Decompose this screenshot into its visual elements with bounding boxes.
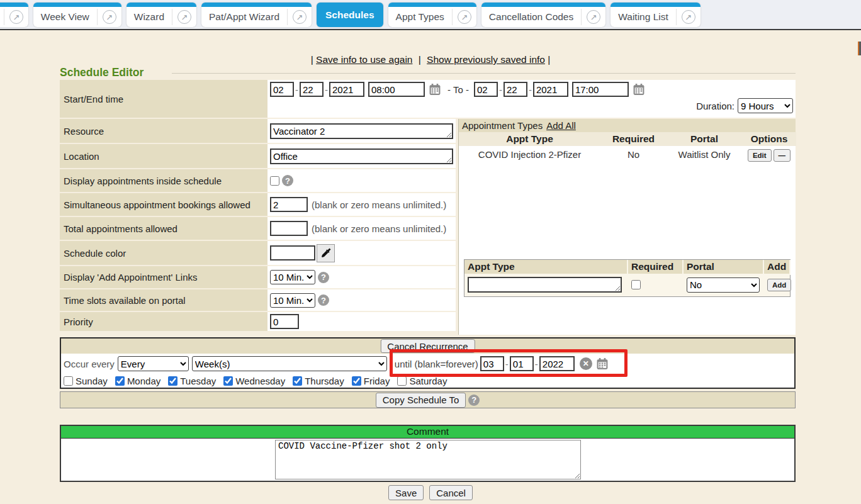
appointment-types-title: Appointment Types: [462, 120, 543, 131]
tab-label: Schedules: [317, 9, 383, 21]
add-all-link[interactable]: Add All: [546, 120, 576, 131]
col-portal: Portal: [667, 132, 742, 146]
show-saved-info-link[interactable]: Show previously saved info: [427, 54, 545, 65]
resource-input[interactable]: Vaccinator 2: [270, 123, 453, 139]
col-portal: Portal: [684, 260, 764, 275]
tab-open-new-window-button[interactable]: ↗: [581, 9, 605, 25]
occur-unit-select[interactable]: Week(s): [192, 356, 387, 371]
help-icon[interactable]: ?: [468, 395, 480, 406]
end-time-input[interactable]: [572, 82, 629, 97]
start-time-input[interactable]: [368, 82, 425, 97]
tuesday-checkbox[interactable]: [168, 376, 177, 386]
new-appt-required-checkbox[interactable]: [631, 280, 641, 289]
clear-until-date-icon[interactable]: ✕: [580, 357, 592, 370]
day-thursday[interactable]: Thursday: [293, 376, 344, 386]
appointment-types-panel: Appointment Types Add All Appt Type Requ…: [458, 119, 796, 335]
tab-pat-appt-wizard[interactable]: Pat/Appt Wizard ↗: [201, 3, 312, 27]
schedule-color-input[interactable]: [270, 245, 315, 260]
comment-textarea[interactable]: COVID Vaccine-Pfizer shot 2 only: [275, 440, 581, 479]
vertical-scrollbar-thumb[interactable]: [858, 42, 861, 55]
external-link-icon: ↗: [103, 10, 116, 24]
appointment-types-header: Appointment Types Add All: [459, 119, 796, 132]
end-day-input[interactable]: [504, 82, 527, 97]
save-button[interactable]: Save: [388, 485, 424, 500]
tab-wizard[interactable]: Wizard ↗: [127, 3, 196, 27]
start-calendar-icon[interactable]: [429, 83, 441, 96]
tab-open-new-window-button[interactable]: ↗: [97, 9, 121, 25]
col-add: Add: [764, 260, 791, 275]
help-icon[interactable]: ?: [318, 272, 329, 283]
day-saturday[interactable]: Saturday: [397, 376, 447, 386]
thursday-checkbox[interactable]: [293, 376, 302, 386]
date-separator: -: [535, 359, 538, 369]
col-appt-type: Appt Type: [459, 132, 600, 146]
tab-cancellation-codes[interactable]: Cancellation Codes ↗: [481, 3, 605, 27]
schedule-form: Resource Vaccinator 2 Location Office Di…: [60, 119, 456, 331]
total-appointments-input[interactable]: [270, 221, 308, 236]
display-appointments-checkbox[interactable]: [270, 176, 279, 186]
pipe-separator: |: [311, 54, 313, 65]
friday-checkbox[interactable]: [352, 376, 361, 386]
tab-open-new-window-button[interactable]: ↗: [452, 9, 476, 25]
saturday-checkbox[interactable]: [397, 376, 407, 386]
tab-schedules[interactable]: Schedules: [317, 3, 383, 27]
external-link-icon: ↗: [587, 10, 600, 24]
cancel-button[interactable]: Cancel: [429, 485, 473, 500]
edit-appt-type-button[interactable]: Edit: [748, 149, 772, 162]
tab-week-view[interactable]: Week View ↗: [33, 3, 121, 27]
day-friday[interactable]: Friday: [352, 376, 390, 386]
tab-open-new-window-button[interactable]: ↗: [287, 9, 312, 25]
tab-waiting-list[interactable]: Waiting List ↗: [611, 3, 701, 27]
help-icon[interactable]: ?: [282, 175, 293, 186]
tab-label: Waiting List: [611, 11, 676, 23]
new-appt-portal-select[interactable]: No: [687, 277, 760, 293]
color-picker-button[interactable]: [317, 244, 335, 262]
eyedropper-icon: [320, 247, 332, 259]
end-calendar-icon[interactable]: [633, 83, 645, 96]
tab-appt-types[interactable]: Appt Types ↗: [388, 3, 476, 27]
simultaneous-input[interactable]: [270, 197, 308, 212]
time-slots-select[interactable]: 10 Min.: [270, 293, 315, 308]
until-year-input[interactable]: [539, 356, 575, 371]
remove-appt-type-button[interactable]: —: [774, 149, 791, 162]
cell-portal: Waitlist Only: [667, 146, 742, 165]
add-links-select[interactable]: 10 Min.: [270, 270, 315, 284]
saved-info-links: | Save info to use again | Show previous…: [0, 54, 861, 65]
cancel-recurrence-button[interactable]: Cancel Recurrence: [380, 339, 475, 353]
start-month-input[interactable]: [270, 82, 294, 97]
occur-every-label: Occur every: [64, 359, 115, 369]
start-day-input[interactable]: [300, 82, 324, 97]
help-icon[interactable]: ?: [318, 294, 329, 306]
end-month-input[interactable]: [474, 82, 498, 97]
until-day-input[interactable]: [510, 356, 534, 371]
start-end-label: Start/End time: [60, 80, 267, 118]
day-wednesday[interactable]: Wednesday: [223, 376, 285, 386]
day-monday[interactable]: Monday: [115, 376, 160, 386]
until-label: until (blank=forever): [395, 359, 478, 369]
tab-open-new-window-button[interactable]: ↗: [676, 9, 701, 25]
unlimited-note: (blank or zero means unlimited.): [312, 199, 446, 210]
monday-checkbox[interactable]: [115, 376, 125, 386]
cell-options: Edit —: [742, 146, 796, 165]
tab-open-new-window-button[interactable]: ↗: [172, 9, 196, 25]
cell-required: No: [600, 146, 667, 165]
until-month-input[interactable]: [480, 356, 504, 371]
location-input[interactable]: Office: [270, 148, 453, 164]
start-year-input[interactable]: [329, 82, 364, 97]
appointment-types-table: Appt Type Required Portal Options COVID …: [459, 132, 796, 165]
tab-open-new-window-button[interactable]: ↗: [4, 9, 28, 25]
save-info-link[interactable]: Save info to use again: [316, 54, 412, 65]
new-appt-type-input[interactable]: [468, 277, 622, 293]
sunday-checkbox[interactable]: [64, 376, 73, 386]
copy-schedule-to-button[interactable]: Copy Schedule To: [376, 393, 466, 408]
day-tuesday[interactable]: Tuesday: [168, 376, 216, 386]
end-year-input[interactable]: [533, 82, 568, 97]
duration-select[interactable]: 9 Hours: [738, 98, 793, 113]
add-appt-type-button[interactable]: Add: [767, 279, 791, 291]
occur-frequency-select[interactable]: Every: [118, 356, 189, 371]
tab-day-view[interactable]: ew ↗: [0, 3, 28, 27]
until-calendar-icon[interactable]: [596, 357, 609, 370]
day-sunday[interactable]: Sunday: [64, 376, 108, 386]
priority-input[interactable]: [270, 314, 299, 329]
wednesday-checkbox[interactable]: [223, 376, 233, 386]
